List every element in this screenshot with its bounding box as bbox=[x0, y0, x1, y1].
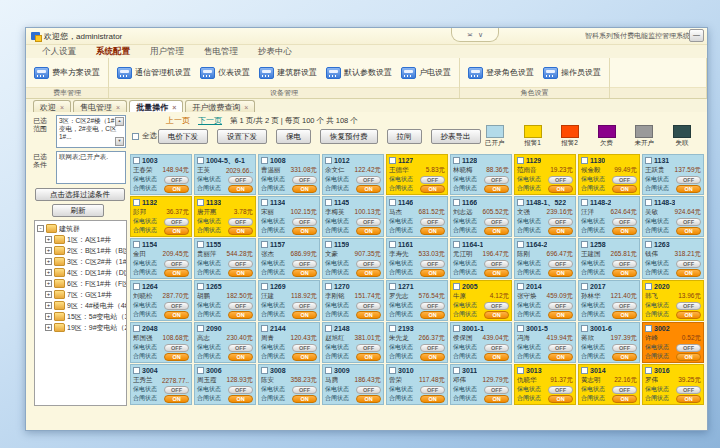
card-checkbox[interactable] bbox=[197, 241, 204, 248]
next-page-link[interactable]: 下一页 bbox=[198, 115, 222, 126]
card-checkbox[interactable] bbox=[645, 325, 652, 332]
menu-tab-1[interactable]: 系统配置 bbox=[88, 45, 138, 59]
supply-status-toggle[interactable]: OFF bbox=[356, 218, 381, 226]
tree-item-0[interactable]: +1区：A区1#井 bbox=[37, 234, 126, 245]
card-checkbox[interactable] bbox=[581, 241, 588, 248]
card-checkbox[interactable] bbox=[453, 325, 460, 332]
supply-status-toggle[interactable]: OFF bbox=[292, 302, 317, 310]
room-card[interactable]: 1154金田209.45元保电状态OFF合闸状态ON bbox=[130, 238, 192, 279]
switch-status-toggle[interactable]: ON bbox=[228, 311, 253, 319]
expand-expander-icon[interactable]: + bbox=[45, 269, 52, 276]
tree-item-6[interactable]: +9区：4#楼电井（4#楼 bbox=[37, 300, 126, 311]
switch-status-toggle[interactable]: ON bbox=[228, 185, 253, 193]
room-card[interactable]: 1008曹温丽331.08元保电状态OFF合闸状态ON bbox=[258, 154, 320, 195]
card-checkbox[interactable] bbox=[133, 199, 140, 206]
room-card[interactable]: 3016罗伟39.25元保电状态OFF合闸状态ON bbox=[642, 364, 704, 405]
supply-status-toggle[interactable]: OFF bbox=[228, 344, 253, 352]
switch-status-toggle[interactable]: ON bbox=[228, 227, 253, 235]
room-card[interactable]: 2020韩飞13.96元保电状态OFF合闸状态ON bbox=[642, 280, 704, 321]
switch-status-toggle[interactable]: ON bbox=[484, 185, 509, 193]
card-checkbox[interactable] bbox=[517, 283, 524, 290]
choose-filter-button[interactable]: 点击选择过滤条件 bbox=[35, 188, 125, 201]
switch-status-toggle[interactable]: ON bbox=[356, 311, 381, 319]
room-card[interactable]: 3008陈安358.23元保电状态OFF合闸状态ON bbox=[258, 364, 320, 405]
card-checkbox[interactable] bbox=[389, 325, 396, 332]
supply-status-toggle[interactable]: OFF bbox=[292, 176, 317, 184]
ribbon-button-1-2[interactable]: 建筑群设置 bbox=[259, 67, 317, 79]
toolbar-button-1[interactable]: 设置下发 bbox=[217, 129, 267, 144]
switch-status-toggle[interactable]: ON bbox=[548, 353, 573, 361]
room-card[interactable]: 2148赵旭红381.01元保电状态OFF合闸状态ON bbox=[322, 322, 384, 363]
card-checkbox[interactable] bbox=[389, 199, 396, 206]
room-card[interactable]: 1130候金毅99.49元保电状态OFF合闸状态ON bbox=[578, 154, 640, 195]
card-checkbox[interactable] bbox=[133, 367, 140, 374]
supply-status-toggle[interactable]: OFF bbox=[612, 344, 637, 352]
room-card[interactable]: 3014黄志明22.16元保电状态OFF合闸状态ON bbox=[578, 364, 640, 405]
supply-status-toggle[interactable]: OFF bbox=[228, 176, 253, 184]
card-checkbox[interactable] bbox=[325, 283, 332, 290]
card-checkbox[interactable] bbox=[325, 367, 332, 374]
switch-status-toggle[interactable]: ON bbox=[164, 185, 189, 193]
supply-status-toggle[interactable]: OFF bbox=[484, 218, 509, 226]
room-card[interactable]: 3004王秀兰2278.77..保电状态OFF合闸状态ON bbox=[130, 364, 192, 405]
switch-status-toggle[interactable]: ON bbox=[356, 353, 381, 361]
card-checkbox[interactable] bbox=[133, 325, 140, 332]
card-checkbox[interactable] bbox=[453, 241, 460, 248]
collapse-expander-icon[interactable]: - bbox=[37, 225, 44, 232]
card-checkbox[interactable] bbox=[197, 367, 204, 374]
card-checkbox[interactable] bbox=[517, 325, 524, 332]
room-card[interactable]: 1012余文仁122.42元保电状态OFF合闸状态ON bbox=[322, 154, 384, 195]
prev-page-link[interactable]: 上一页 bbox=[166, 115, 190, 126]
supply-status-toggle[interactable]: OFF bbox=[292, 218, 317, 226]
tree-root-item[interactable]: -建筑群 bbox=[37, 223, 126, 234]
supply-status-toggle[interactable]: OFF bbox=[548, 218, 573, 226]
switch-status-toggle[interactable]: ON bbox=[676, 185, 701, 193]
expand-expander-icon[interactable]: + bbox=[45, 280, 52, 287]
room-card[interactable]: 3009马腾186.43元保电状态OFF合闸状态ON bbox=[322, 364, 384, 405]
switch-status-toggle[interactable]: ON bbox=[164, 353, 189, 361]
expand-expander-icon[interactable]: + bbox=[45, 236, 52, 243]
card-checkbox[interactable] bbox=[197, 283, 204, 290]
card-checkbox[interactable] bbox=[645, 199, 652, 206]
room-card[interactable]: 1270李刚铭151.74元保电状态OFF合闸状态ON bbox=[322, 280, 384, 321]
room-card[interactable]: 1258王建国265.81元保电状态OFF合闸状态ON bbox=[578, 238, 640, 279]
switch-status-toggle[interactable]: ON bbox=[676, 353, 701, 361]
supply-status-toggle[interactable]: OFF bbox=[676, 302, 701, 310]
card-checkbox[interactable] bbox=[645, 367, 652, 374]
supply-status-toggle[interactable]: OFF bbox=[164, 386, 189, 394]
room-card[interactable]: 3010曾荣117.48元保电状态OFF合闸状态ON bbox=[386, 364, 448, 405]
toolbar-button-5[interactable]: 抄表导出 bbox=[431, 129, 481, 144]
supply-status-toggle[interactable]: OFF bbox=[612, 260, 637, 268]
card-checkbox[interactable] bbox=[325, 199, 332, 206]
room-card[interactable]: 1127王德华5.83元保电状态OFF合闸状态ON bbox=[386, 154, 448, 195]
card-checkbox[interactable] bbox=[325, 325, 332, 332]
room-card[interactable]: 2144周青120.43元保电状态OFF合闸状态ON bbox=[258, 322, 320, 363]
switch-status-toggle[interactable]: ON bbox=[548, 395, 573, 403]
tree-item-3[interactable]: +4区：D区1#井（D区1 bbox=[37, 267, 126, 278]
switch-status-toggle[interactable]: ON bbox=[420, 395, 445, 403]
supply-status-toggle[interactable]: OFF bbox=[164, 176, 189, 184]
tree-item-7[interactable]: +15区：5#变电站（3#变 bbox=[37, 311, 126, 322]
card-checkbox[interactable] bbox=[261, 199, 268, 206]
expand-expander-icon[interactable]: + bbox=[45, 313, 52, 320]
card-checkbox[interactable] bbox=[197, 325, 204, 332]
switch-status-toggle[interactable]: ON bbox=[356, 185, 381, 193]
selected-condition-box[interactable]: 联网表;已开户表. bbox=[56, 151, 126, 184]
switch-status-toggle[interactable]: ON bbox=[484, 311, 509, 319]
ribbon-collapse-control[interactable]: ≍ ∨ bbox=[451, 28, 499, 42]
card-checkbox[interactable] bbox=[581, 157, 588, 164]
room-card[interactable]: 1164-1元江明196.47元保电状态OFF合闸状态ON bbox=[450, 238, 512, 279]
supply-status-toggle[interactable]: OFF bbox=[356, 176, 381, 184]
room-card[interactable]: 3001-6蒋欣197.39元保电状态OFF合闸状态ON bbox=[578, 322, 640, 363]
supply-status-toggle[interactable]: OFF bbox=[612, 176, 637, 184]
supply-status-toggle[interactable]: OFF bbox=[420, 260, 445, 268]
switch-status-toggle[interactable]: ON bbox=[548, 311, 573, 319]
switch-status-toggle[interactable]: ON bbox=[676, 269, 701, 277]
card-checkbox[interactable] bbox=[133, 157, 140, 164]
switch-status-toggle[interactable]: ON bbox=[420, 353, 445, 361]
switch-status-toggle[interactable]: ON bbox=[292, 353, 317, 361]
ribbon-button-1-3[interactable]: 默认参数设置 bbox=[326, 67, 392, 79]
room-card[interactable]: 2017孙林华121.40元保电状态OFF合闸状态ON bbox=[578, 280, 640, 321]
supply-status-toggle[interactable]: OFF bbox=[292, 344, 317, 352]
card-checkbox[interactable] bbox=[261, 367, 268, 374]
